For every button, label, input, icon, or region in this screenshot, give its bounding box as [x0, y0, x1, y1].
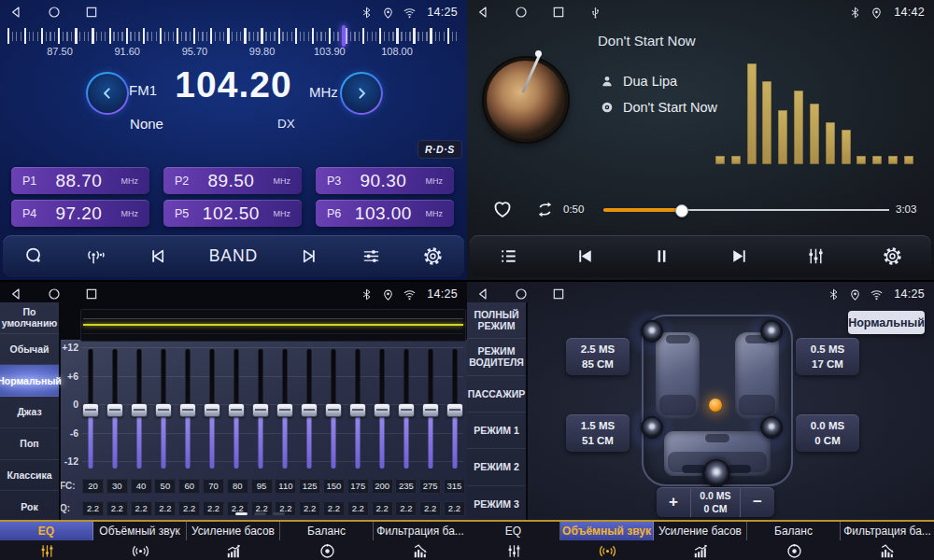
recent-apps-icon[interactable] [84, 5, 99, 20]
radio-preset-p6[interactable]: P6103.00MHz [316, 200, 454, 227]
tab-surround[interactable]: Объёмный звук [93, 522, 187, 560]
eq-preset-item[interactable]: Нормальный [0, 365, 59, 397]
eq-band-slider[interactable] [179, 349, 196, 469]
tune-down-button[interactable] [86, 72, 129, 115]
surround-mode-item[interactable]: ПОЛНЫЙ РЕЖИМ [467, 302, 526, 339]
front-left-delay-button[interactable]: 2.5 MS 85 CM [566, 338, 630, 375]
home-icon[interactable] [514, 287, 529, 301]
next-track-icon[interactable] [729, 245, 750, 267]
back-icon[interactable] [9, 5, 24, 20]
settings-gear-icon[interactable] [422, 245, 444, 267]
progress-knob[interactable] [675, 204, 688, 217]
settings-gear-icon[interactable] [882, 245, 903, 267]
eq-band-slider[interactable] [155, 349, 172, 469]
radio-preset-p2[interactable]: P289.50MHz [163, 167, 302, 194]
home-icon[interactable] [514, 5, 529, 20]
frequency-ruler[interactable]: 87.5091.6095.7099.80103.90108.00 [0, 25, 467, 59]
surround-mode-item[interactable]: РЕЖИМ 1 [467, 413, 526, 449]
surround-mode-item[interactable]: РЕЖИМ ВОДИТЕЛЯ [467, 339, 526, 375]
slider-thumb[interactable] [131, 403, 148, 417]
slider-thumb[interactable] [155, 403, 172, 417]
radio-preset-p4[interactable]: P497.20MHz [11, 200, 149, 227]
eq-band-slider[interactable] [106, 349, 123, 469]
eq-band-slider[interactable] [301, 349, 318, 469]
eq-sliders-icon[interactable] [805, 245, 827, 267]
back-icon[interactable] [476, 287, 491, 301]
slider-thumb[interactable] [446, 403, 463, 417]
slider-thumb[interactable] [82, 403, 99, 417]
eq-preset-item[interactable]: Джаз [0, 397, 59, 428]
eq-preset-item[interactable]: Поп [0, 428, 59, 460]
slider-thumb[interactable] [301, 403, 318, 417]
sliders-icon[interactable] [361, 245, 382, 267]
eq-preset-item[interactable]: Классика [0, 460, 59, 492]
tab-filter[interactable]: Фильтрация ба... [374, 522, 467, 560]
slider-thumb[interactable] [106, 403, 123, 417]
eq-band-slider[interactable] [276, 349, 293, 469]
eq-band-slider[interactable] [398, 349, 415, 469]
surround-mode-item[interactable]: РЕЖИМ 3 [467, 486, 526, 523]
eq-band-slider[interactable] [325, 349, 342, 469]
slider-thumb[interactable] [398, 403, 415, 417]
slider-thumb[interactable] [252, 403, 269, 417]
eq-preset-item[interactable]: Рок [0, 491, 59, 523]
delay-minus-button[interactable]: − [741, 487, 774, 517]
recent-apps-icon[interactable] [84, 287, 99, 301]
sound-mode-button[interactable]: Нормальный [848, 311, 925, 334]
radio-preset-p1[interactable]: P188.70MHz [11, 167, 149, 194]
rear-left-delay-button[interactable]: 1.5 MS 51 CM [566, 414, 630, 452]
slider-thumb[interactable] [374, 403, 390, 417]
tab-eq-sliders[interactable]: EQ [467, 522, 560, 560]
eq-band-slider[interactable] [131, 349, 148, 469]
home-icon[interactable] [47, 287, 62, 301]
eq-preset-item[interactable]: По умолчанию [0, 302, 59, 334]
surround-mode-item[interactable]: РЕЖИМ 2 [467, 449, 526, 485]
scan-icon[interactable] [23, 245, 45, 267]
eq-band-slider[interactable] [446, 349, 463, 469]
eq-band-slider[interactable] [252, 349, 269, 469]
eq-band-slider[interactable] [82, 349, 99, 469]
previous-track-icon[interactable] [574, 245, 596, 267]
eq-band-slider[interactable] [374, 349, 390, 469]
repeat-icon[interactable] [534, 199, 556, 220]
tab-balance[interactable]: Баланс [280, 522, 374, 560]
back-icon[interactable] [9, 287, 24, 301]
tab-bass-boost[interactable]: Усиление басов [654, 522, 747, 560]
radio-preset-p5[interactable]: P5102.50MHz [163, 200, 302, 227]
eq-preset-item[interactable]: Обычай [0, 334, 59, 366]
band-button[interactable]: BAND [209, 246, 259, 266]
tab-balance[interactable]: Баланс [747, 522, 841, 560]
tab-eq-sliders[interactable]: EQ [0, 522, 93, 560]
surround-mode-item[interactable]: ПАССАЖИР [467, 376, 526, 413]
next-station-icon[interactable] [299, 245, 320, 267]
front-right-delay-button[interactable]: 0.5 MS 17 CM [796, 338, 859, 375]
slider-thumb[interactable] [204, 403, 220, 417]
eq-band-slider[interactable] [228, 349, 245, 469]
playlist-icon[interactable] [498, 245, 519, 267]
slider-thumb[interactable] [228, 403, 245, 417]
delay-plus-button[interactable]: + [657, 487, 690, 517]
eq-band-slider[interactable] [422, 349, 439, 469]
tab-bass-boost[interactable]: Усиление басов [187, 522, 280, 560]
previous-station-icon[interactable] [147, 245, 168, 267]
tab-filter[interactable]: Фильтрация ба... [841, 522, 934, 560]
pause-icon[interactable] [651, 245, 672, 267]
subwoofer-delay-value[interactable]: 0.0 MS 0 CM [690, 487, 741, 517]
tab-surround[interactable]: Объёмный звук [560, 522, 654, 560]
radio-preset-p3[interactable]: P390.30MHz [316, 167, 454, 194]
favorite-heart-icon[interactable] [491, 198, 514, 220]
recent-apps-icon[interactable] [551, 287, 566, 301]
slider-thumb[interactable] [349, 403, 366, 417]
eq-band-slider[interactable] [204, 349, 220, 469]
eq-band-slider[interactable] [349, 349, 366, 469]
home-icon[interactable] [47, 5, 62, 20]
tune-up-button[interactable] [340, 72, 383, 115]
rear-right-delay-button[interactable]: 0.0 MS 0 CM [796, 414, 859, 452]
slider-thumb[interactable] [422, 403, 439, 417]
back-icon[interactable] [476, 5, 491, 20]
slider-thumb[interactable] [179, 403, 196, 417]
progress-bar[interactable] [603, 205, 889, 215]
slider-thumb[interactable] [276, 403, 293, 417]
slider-thumb[interactable] [325, 403, 342, 417]
broadcast-icon[interactable] [85, 245, 106, 267]
